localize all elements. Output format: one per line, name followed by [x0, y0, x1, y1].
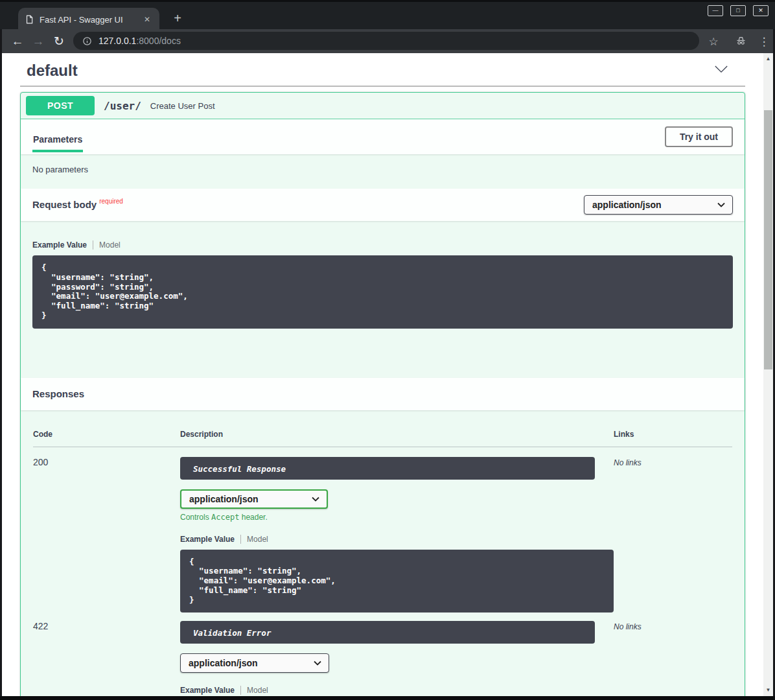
- operation-path: /user/: [104, 100, 141, 112]
- bookmark-star-icon[interactable]: ☆: [704, 35, 723, 49]
- response-links: No links: [614, 457, 732, 613]
- window-bottom-edge: [0, 696, 775, 700]
- url-text: 127.0.0.1:8000/docs: [98, 36, 181, 46]
- note-prefix: Controls: [180, 513, 211, 522]
- request-body-media-type-value: application/json: [592, 200, 662, 210]
- reload-button[interactable]: ↻: [49, 34, 69, 49]
- response-media-type-value: application/json: [189, 658, 258, 668]
- tab-separator: [93, 240, 93, 250]
- window-minimize-button[interactable]: —: [708, 5, 723, 16]
- response-media-control: application/json Controls Accept header.: [180, 489, 614, 522]
- forward-button[interactable]: →: [28, 34, 49, 49]
- tab-separator: [240, 535, 241, 544]
- request-body-header: Request bodyrequired application/json: [21, 189, 745, 221]
- model-tab[interactable]: Model: [247, 686, 268, 695]
- window-close-button[interactable]: ✕: [753, 5, 769, 16]
- url-path: :8000/docs: [136, 36, 181, 46]
- scrollbar-down-arrow-icon[interactable]: ▼: [763, 686, 773, 695]
- tab-title: Fast API - Swagger UI: [40, 15, 135, 25]
- page-scrollbar[interactable]: ▲ ▼: [763, 53, 773, 696]
- swagger-content: default POST /user/ Create User Post Par…: [2, 53, 763, 696]
- response-422-example-tabs: Example Value Model: [180, 686, 614, 695]
- back-button[interactable]: ←: [7, 34, 28, 49]
- col-code: Code: [33, 430, 180, 439]
- section-divider: [20, 86, 745, 87]
- response-media-type-select[interactable]: application/json: [180, 489, 328, 509]
- request-body-example-code: { "username": "string", "password": "str…: [32, 255, 733, 329]
- required-badge: required: [99, 198, 123, 205]
- page-favicon-icon: [25, 14, 34, 25]
- request-body-title-wrap: Request bodyrequired: [32, 199, 123, 211]
- responses-header: Responses: [21, 378, 745, 410]
- window-controls: — □ ✕: [708, 5, 769, 16]
- col-links: Links: [614, 430, 732, 439]
- chevron-down-icon: [717, 202, 725, 207]
- response-media-control: application/json: [180, 653, 614, 673]
- responses-label: Responses: [32, 388, 84, 399]
- http-method-badge: POST: [26, 96, 95, 115]
- response-row-422: 422 Validation Error application/json Ex…: [33, 612, 732, 696]
- try-it-out-button[interactable]: Try it out: [665, 126, 733, 147]
- new-tab-button[interactable]: +: [168, 10, 187, 28]
- browser-toolbar: ← → ↻ 127.0.0.1:8000/docs ☆ ⋮: [2, 29, 773, 53]
- parameters-tab: Parameters: [32, 128, 83, 152]
- incognito-profile-icon[interactable]: [732, 36, 750, 50]
- browser-tab[interactable]: Fast API - Swagger UI ✕: [18, 8, 159, 31]
- spacer: [32, 329, 733, 378]
- controls-accept-note: Controls Accept header.: [180, 513, 614, 522]
- swagger-page: default POST /user/ Create User Post Par…: [2, 53, 763, 696]
- note-accept: Accept: [211, 513, 239, 522]
- browser-titlebar: Fast API - Swagger UI ✕ + — □ ✕: [0, 0, 775, 29]
- response-code: 200: [33, 457, 180, 613]
- model-tab[interactable]: Model: [99, 240, 121, 250]
- response-422-description-cell: Validation Error application/json Exampl…: [180, 621, 614, 696]
- request-body-media-type-select[interactable]: application/json: [584, 195, 733, 215]
- example-value-tab[interactable]: Example Value: [32, 240, 87, 250]
- response-200-example-tabs: Example Value Model: [180, 535, 614, 544]
- col-description: Description: [180, 430, 614, 439]
- response-description: Validation Error: [180, 621, 595, 644]
- section-title: default: [27, 62, 78, 80]
- request-body-section: Example Value Model { "username": "strin…: [21, 221, 745, 378]
- opblock-summary[interactable]: POST /user/ Create User Post: [21, 93, 745, 119]
- scrollbar-up-arrow-icon[interactable]: ▲: [763, 54, 773, 64]
- operation-summary: Create User Post: [150, 101, 215, 111]
- window-maximize-button[interactable]: □: [730, 5, 746, 16]
- response-row-200: 200 Successful Response application/json…: [33, 447, 732, 613]
- tab-close-icon[interactable]: ✕: [141, 14, 153, 25]
- model-tab[interactable]: Model: [247, 535, 268, 544]
- opblock-post-user: POST /user/ Create User Post Parameters …: [20, 92, 745, 696]
- api-section-header[interactable]: default: [20, 53, 745, 86]
- example-value-tab[interactable]: Example Value: [180, 686, 235, 695]
- response-200-example-code: { "username": "string", "email": "user@e…: [180, 550, 614, 613]
- example-value-tab[interactable]: Example Value: [180, 535, 235, 544]
- responses-table: Code Description Links 200 Successful Re…: [21, 410, 745, 697]
- chevron-down-icon: [314, 660, 321, 666]
- response-200-description-cell: Successful Response application/json Con…: [180, 457, 614, 613]
- response-media-type-select[interactable]: application/json: [180, 653, 329, 673]
- browser-menu-icon[interactable]: ⋮: [755, 35, 773, 49]
- response-links: No links: [614, 621, 732, 696]
- parameters-header: Parameters Try it out: [21, 119, 745, 154]
- incognito-glyph-icon: [735, 36, 747, 47]
- request-body-label: Request body: [32, 199, 97, 210]
- scrollbar-thumb[interactable]: [764, 110, 772, 369]
- response-code: 422: [33, 621, 180, 696]
- chevron-down-icon: [312, 496, 319, 502]
- url-host: 127.0.0.1: [98, 36, 136, 46]
- note-suffix: header.: [239, 513, 267, 522]
- response-description: Successful Response: [180, 457, 595, 480]
- response-media-type-value: application/json: [189, 494, 259, 504]
- site-info-icon[interactable]: [82, 36, 92, 46]
- no-parameters-text: No parameters: [21, 154, 745, 189]
- request-body-example-tabs: Example Value Model: [32, 240, 733, 250]
- responses-table-head: Code Description Links: [33, 421, 732, 447]
- tab-separator: [240, 686, 241, 695]
- section-collapse-chevron-icon[interactable]: [714, 65, 728, 76]
- url-bar[interactable]: 127.0.0.1:8000/docs: [73, 32, 699, 50]
